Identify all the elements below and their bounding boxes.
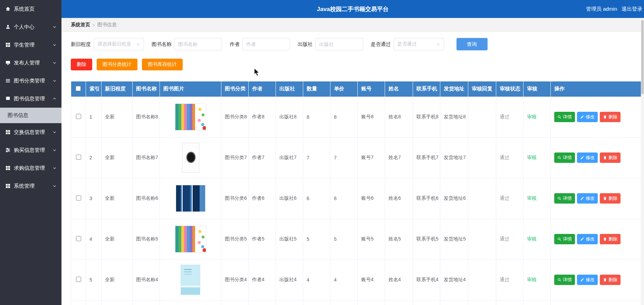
logout-link[interactable]: 退出登录 [622, 6, 642, 12]
audit-status-cell: 通过 [496, 219, 523, 259]
index-cell: 1 [86, 97, 102, 137]
phone-cell: 联系手机6 [413, 178, 440, 219]
sidebar-item-system-management[interactable]: 系统管理 [0, 177, 61, 195]
sidebar-item-label: 图书分类管理 [14, 78, 45, 84]
detail-button[interactable]: 详情 [554, 193, 575, 204]
row-delete-button[interactable]: 删除 [600, 112, 621, 122]
address-cell: 发货地址4 [440, 259, 468, 300]
audit-cell: 审核 [523, 137, 551, 178]
author-label: 作者 [230, 41, 240, 48]
index-cell: 4 [86, 219, 102, 259]
index-cell: 5 [86, 259, 102, 300]
category-cell: 图书分类7 [221, 137, 249, 178]
detail-button[interactable]: 详情 [554, 234, 575, 244]
operations-cell: 详情 修改 删除 [551, 137, 642, 178]
edit-button[interactable]: 修改 [577, 193, 598, 204]
edit-button[interactable]: 修改 [577, 234, 598, 244]
select-all-checkbox[interactable] [76, 86, 81, 91]
approved-label: 是否通过 [371, 41, 391, 48]
sidebar-item-book-info-management[interactable]: 图书信息管理 [0, 90, 61, 108]
row-checkbox-cell [71, 219, 86, 259]
sidebar-item-personal-center[interactable]: 个人中心 [0, 18, 61, 36]
detail-button[interactable]: 详情 [554, 112, 575, 122]
detail-button[interactable]: 详情 [554, 152, 575, 163]
audit-link[interactable]: 审核 [527, 195, 537, 201]
book-image [175, 226, 206, 253]
scrollbar-thumb[interactable] [641, 20, 644, 94]
stock-stats-button[interactable]: 图书库存统计 [142, 59, 183, 70]
book-name-cell: 图书名称3 [133, 300, 160, 305]
chevron-down-icon [436, 42, 440, 46]
category-stats-button[interactable]: 图书分类统计 [97, 59, 137, 70]
publisher-cell: 出版社7 [276, 137, 303, 178]
index-cell: 3 [86, 178, 102, 219]
edit-button[interactable]: 修改 [577, 275, 598, 285]
approved-select[interactable]: 是否通过 [394, 38, 444, 50]
pencil-icon [580, 115, 584, 119]
condition-cell: 全新 [102, 97, 133, 137]
condition-select[interactable]: 请选择新旧程度 [94, 38, 144, 50]
edit-button[interactable]: 修改 [577, 152, 598, 163]
audit-link[interactable]: 审核 [527, 277, 537, 282]
row-checkbox[interactable] [76, 236, 81, 241]
operations-cell: 详情 修改 删除 [551, 178, 642, 219]
row-delete-button[interactable]: 删除 [600, 275, 621, 285]
table-header-row: 索引新旧程度图书名称图书图片图书分类作者出版社数量单价账号姓名联系手机发货地址审… [71, 81, 642, 97]
table-row: 2 全新 图书名称7 图书分类7 作者7 出版社7 7 7 账号7 姓名7 联系… [71, 137, 642, 178]
detail-button[interactable]: 详情 [554, 275, 575, 285]
column-header: 发货地址 [440, 81, 468, 97]
author-input[interactable] [242, 38, 290, 50]
row-checkbox[interactable] [76, 277, 81, 282]
author-cell: 作者8 [249, 97, 276, 137]
quantity-cell: 5 [303, 219, 330, 259]
person-name-cell: 姓名4 [385, 259, 413, 300]
edit-button[interactable]: 修改 [577, 112, 598, 122]
book-image-cell [160, 219, 221, 259]
row-delete-button[interactable]: 删除 [600, 152, 621, 163]
home-icon [5, 6, 11, 12]
breadcrumb-home[interactable]: 系统首页 [71, 22, 90, 28]
audit-link[interactable]: 审核 [527, 155, 537, 160]
operations-cell: 详情 修改 删除 [551, 259, 642, 300]
address-cell: 发货地址8 [440, 97, 468, 137]
column-header: 操作 [551, 81, 642, 97]
current-user-label: 管理员 admin [586, 6, 617, 12]
row-checkbox-cell [71, 178, 86, 219]
column-header: 审核 [523, 81, 551, 97]
row-delete-button[interactable]: 删除 [600, 234, 621, 244]
sidebar-subitem-book-info[interactable]: 图书信息 [0, 108, 61, 123]
row-checkbox[interactable] [76, 195, 81, 200]
sidebar-item-purchase-info-management[interactable]: 购买信息管理 [0, 141, 61, 159]
price-cell: 6 [330, 178, 358, 219]
sidebar-item-exchange-info-management[interactable]: 交换信息管理 [0, 123, 61, 141]
audit-link[interactable]: 审核 [527, 114, 537, 119]
table-row: 6 全新 图书名称3 图书分类3 作者3 出版社3 3 3 账号3 姓名3 联系… [71, 300, 642, 305]
sidebar-item-home[interactable]: 系统首页 [0, 0, 61, 18]
sidebar-item-student-management[interactable]: 学生管理 [0, 36, 61, 54]
column-header: 索引 [86, 81, 102, 97]
chevron-down-icon [52, 43, 57, 47]
column-header: 出版社 [276, 81, 303, 97]
breadcrumb-separator-icon: › [93, 22, 95, 28]
publisher-input[interactable] [316, 38, 363, 50]
sidebar-item-publisher-management[interactable]: 发布人管理 [0, 54, 61, 72]
book-image-cell [160, 178, 221, 219]
book-name-input[interactable] [174, 38, 222, 50]
sidebar-item-book-category-management[interactable]: 图书分类管理 [0, 72, 61, 90]
row-checkbox[interactable] [76, 114, 81, 119]
row-delete-button[interactable]: 删除 [600, 193, 621, 204]
search-button[interactable]: 查询 [456, 38, 488, 50]
action-toolbar: 删除 图书分类统计 图书库存统计 [71, 59, 644, 70]
filter-bar: 新旧程度 请选择新旧程度 图书名称 作者 出版社 是否通过 是否通过 查询 [71, 38, 644, 50]
sidebar-item-wanted-info-management[interactable]: 求购信息管理 [0, 159, 61, 177]
chevron-down-icon [52, 130, 57, 134]
vertical-scrollbar[interactable] [641, 18, 644, 305]
grid-icon [5, 129, 11, 135]
monitor-icon [5, 60, 11, 66]
audit-link[interactable]: 审核 [527, 236, 537, 242]
row-checkbox[interactable] [76, 155, 81, 160]
pencil-icon [580, 156, 584, 160]
delete-button[interactable]: 删除 [71, 59, 92, 70]
operations-cell: 详情 修改 删除 [551, 219, 642, 259]
audit-status-cell: 通过 [496, 259, 523, 300]
